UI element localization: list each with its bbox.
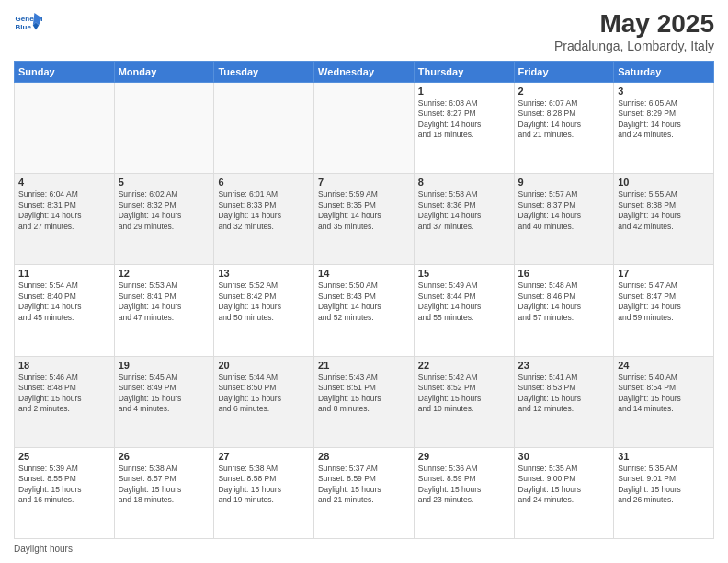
day-number: 7 [318, 177, 410, 188]
calendar-cell: 9Sunrise: 5:57 AM Sunset: 8:37 PM Daylig… [514, 174, 614, 265]
calendar-cell [214, 83, 314, 174]
day-number: 12 [119, 268, 210, 279]
day-info: Sunrise: 5:55 AM Sunset: 8:38 PM Dayligh… [618, 190, 710, 232]
day-info: Sunrise: 5:45 AM Sunset: 8:49 PM Dayligh… [119, 373, 210, 415]
day-info: Sunrise: 6:08 AM Sunset: 8:27 PM Dayligh… [418, 98, 510, 141]
calendar-cell: 19Sunrise: 5:45 AM Sunset: 8:49 PM Dayli… [114, 356, 214, 447]
day-number: 18 [18, 360, 110, 371]
day-number: 24 [618, 360, 710, 371]
calendar-cell [15, 83, 115, 174]
calendar-cell: 29Sunrise: 5:36 AM Sunset: 8:59 PM Dayli… [414, 447, 514, 538]
calendar-cell: 6Sunrise: 6:01 AM Sunset: 8:33 PM Daylig… [214, 174, 314, 265]
day-info: Sunrise: 5:54 AM Sunset: 8:40 PM Dayligh… [18, 281, 110, 323]
location-subtitle: Pradalunga, Lombardy, Italy [554, 39, 714, 53]
day-number: 11 [18, 268, 110, 279]
calendar-cell: 2Sunrise: 6:07 AM Sunset: 8:28 PM Daylig… [514, 83, 614, 174]
day-info: Sunrise: 5:59 AM Sunset: 8:35 PM Dayligh… [318, 190, 410, 232]
calendar-cell: 8Sunrise: 5:58 AM Sunset: 8:36 PM Daylig… [414, 174, 514, 265]
day-number: 25 [18, 451, 110, 462]
day-header-tuesday: Tuesday [214, 62, 314, 83]
day-info: Sunrise: 6:04 AM Sunset: 8:31 PM Dayligh… [18, 190, 110, 232]
calendar-cell: 1Sunrise: 6:08 AM Sunset: 8:27 PM Daylig… [414, 83, 514, 174]
day-number: 5 [119, 177, 210, 188]
calendar-header-row: SundayMondayTuesdayWednesdayThursdayFrid… [15, 62, 714, 83]
calendar-cell: 24Sunrise: 5:40 AM Sunset: 8:54 PM Dayli… [614, 356, 714, 447]
day-info: Sunrise: 5:35 AM Sunset: 9:01 PM Dayligh… [618, 464, 710, 506]
calendar-cell: 11Sunrise: 5:54 AM Sunset: 8:40 PM Dayli… [15, 265, 115, 356]
day-header-thursday: Thursday [414, 62, 514, 83]
day-info: Sunrise: 5:48 AM Sunset: 8:46 PM Dayligh… [518, 281, 610, 323]
day-header-friday: Friday [514, 62, 614, 83]
calendar-week-row: 25Sunrise: 5:39 AM Sunset: 8:55 PM Dayli… [15, 447, 714, 538]
day-number: 17 [618, 268, 710, 279]
day-header-sunday: Sunday [15, 62, 115, 83]
day-number: 14 [318, 268, 410, 279]
calendar-cell: 13Sunrise: 5:52 AM Sunset: 8:42 PM Dayli… [214, 265, 314, 356]
calendar-table: SundayMondayTuesdayWednesdayThursdayFrid… [14, 61, 714, 539]
calendar-cell: 30Sunrise: 5:35 AM Sunset: 9:00 PM Dayli… [514, 447, 614, 538]
calendar-cell: 25Sunrise: 5:39 AM Sunset: 8:55 PM Dayli… [15, 447, 115, 538]
day-info: Sunrise: 5:40 AM Sunset: 8:54 PM Dayligh… [618, 373, 710, 415]
calendar-cell: 3Sunrise: 6:05 AM Sunset: 8:29 PM Daylig… [614, 83, 714, 174]
day-number: 28 [318, 451, 410, 462]
day-info: Sunrise: 5:58 AM Sunset: 8:36 PM Dayligh… [418, 190, 510, 232]
calendar-cell: 20Sunrise: 5:44 AM Sunset: 8:50 PM Dayli… [214, 356, 314, 447]
calendar-cell: 7Sunrise: 5:59 AM Sunset: 8:35 PM Daylig… [314, 174, 415, 265]
day-info: Sunrise: 5:57 AM Sunset: 8:37 PM Dayligh… [518, 190, 610, 232]
day-number: 16 [518, 268, 610, 279]
day-number: 15 [418, 268, 510, 279]
day-info: Sunrise: 5:53 AM Sunset: 8:41 PM Dayligh… [119, 281, 210, 323]
calendar-week-row: 4Sunrise: 6:04 AM Sunset: 8:31 PM Daylig… [15, 174, 714, 265]
day-number: 19 [119, 360, 210, 371]
day-number: 9 [518, 177, 610, 188]
day-info: Sunrise: 5:38 AM Sunset: 8:58 PM Dayligh… [218, 464, 310, 506]
day-number: 3 [618, 86, 710, 97]
logo-icon: General Blue [14, 9, 43, 39]
day-number: 27 [218, 451, 310, 462]
day-info: Sunrise: 6:05 AM Sunset: 8:29 PM Dayligh… [618, 98, 710, 141]
title-section: May 2025 Pradalunga, Lombardy, Italy [554, 9, 714, 53]
calendar-cell: 28Sunrise: 5:37 AM Sunset: 8:59 PM Dayli… [314, 447, 415, 538]
day-info: Sunrise: 5:47 AM Sunset: 8:47 PM Dayligh… [618, 281, 710, 323]
calendar-cell: 31Sunrise: 5:35 AM Sunset: 9:01 PM Dayli… [614, 447, 714, 538]
calendar-cell: 14Sunrise: 5:50 AM Sunset: 8:43 PM Dayli… [314, 265, 415, 356]
calendar-cell: 26Sunrise: 5:38 AM Sunset: 8:57 PM Dayli… [114, 447, 214, 538]
day-info: Sunrise: 5:43 AM Sunset: 8:51 PM Dayligh… [318, 373, 410, 415]
calendar-cell: 17Sunrise: 5:47 AM Sunset: 8:47 PM Dayli… [614, 265, 714, 356]
day-number: 20 [218, 360, 310, 371]
day-info: Sunrise: 5:49 AM Sunset: 8:44 PM Dayligh… [418, 281, 510, 323]
month-title: May 2025 [554, 9, 714, 39]
footer-text: Daylight hours [14, 544, 73, 554]
page: General Blue May 2025 Pradalunga, Lombar… [0, 0, 728, 563]
day-info: Sunrise: 6:02 AM Sunset: 8:32 PM Dayligh… [119, 190, 210, 232]
day-info: Sunrise: 5:41 AM Sunset: 8:53 PM Dayligh… [518, 373, 610, 415]
day-number: 26 [119, 451, 210, 462]
day-number: 29 [418, 451, 510, 462]
logo: General Blue [14, 9, 43, 39]
day-number: 22 [418, 360, 510, 371]
day-number: 6 [218, 177, 310, 188]
calendar-cell: 5Sunrise: 6:02 AM Sunset: 8:32 PM Daylig… [114, 174, 214, 265]
day-header-saturday: Saturday [614, 62, 714, 83]
day-info: Sunrise: 5:44 AM Sunset: 8:50 PM Dayligh… [218, 373, 310, 415]
day-info: Sunrise: 5:38 AM Sunset: 8:57 PM Dayligh… [119, 464, 210, 506]
calendar-cell: 23Sunrise: 5:41 AM Sunset: 8:53 PM Dayli… [514, 356, 614, 447]
day-info: Sunrise: 5:50 AM Sunset: 8:43 PM Dayligh… [318, 281, 410, 323]
header: General Blue May 2025 Pradalunga, Lombar… [14, 9, 714, 53]
calendar-week-row: 18Sunrise: 5:46 AM Sunset: 8:48 PM Dayli… [15, 356, 714, 447]
day-info: Sunrise: 5:39 AM Sunset: 8:55 PM Dayligh… [18, 464, 110, 506]
day-header-wednesday: Wednesday [314, 62, 415, 83]
day-number: 31 [618, 451, 710, 462]
day-number: 10 [618, 177, 710, 188]
calendar-cell [314, 83, 415, 174]
calendar-cell: 16Sunrise: 5:48 AM Sunset: 8:46 PM Dayli… [514, 265, 614, 356]
day-info: Sunrise: 6:01 AM Sunset: 8:33 PM Dayligh… [218, 190, 310, 232]
day-info: Sunrise: 5:35 AM Sunset: 9:00 PM Dayligh… [518, 464, 610, 506]
day-number: 30 [518, 451, 610, 462]
calendar-cell: 27Sunrise: 5:38 AM Sunset: 8:58 PM Dayli… [214, 447, 314, 538]
calendar-cell: 22Sunrise: 5:42 AM Sunset: 8:52 PM Dayli… [414, 356, 514, 447]
day-number: 8 [418, 177, 510, 188]
day-number: 13 [218, 268, 310, 279]
calendar-cell: 4Sunrise: 6:04 AM Sunset: 8:31 PM Daylig… [15, 174, 115, 265]
calendar-cell: 21Sunrise: 5:43 AM Sunset: 8:51 PM Dayli… [314, 356, 415, 447]
